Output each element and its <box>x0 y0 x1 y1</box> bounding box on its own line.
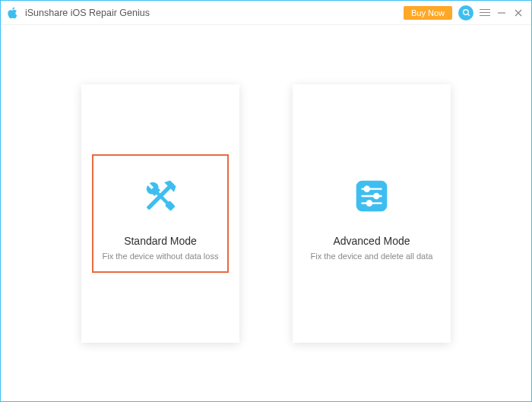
standard-mode-highlight: Standard Mode Fix the device without dat… <box>92 154 229 273</box>
app-logo-icon <box>7 7 19 19</box>
menu-icon[interactable] <box>480 8 490 18</box>
advanced-mode-card[interactable]: Advanced Mode Fix the device and delete … <box>293 84 451 343</box>
sliders-icon <box>350 174 394 218</box>
account-icon[interactable] <box>458 5 473 21</box>
advanced-mode-frame: Advanced Mode Fix the device and delete … <box>303 156 440 271</box>
svg-point-10 <box>365 186 369 191</box>
close-button[interactable] <box>513 8 524 18</box>
advanced-mode-title: Advanced Mode <box>333 235 410 247</box>
standard-mode-title: Standard Mode <box>124 235 197 247</box>
standard-mode-desc: Fix the device without data loss <box>103 252 219 261</box>
svg-point-14 <box>367 201 372 205</box>
app-window: iSunshare iOS Repair Genius Buy Now <box>0 0 532 402</box>
advanced-mode-desc: Fix the device and delete all data <box>311 252 433 261</box>
svg-point-0 <box>463 10 468 14</box>
titlebar: iSunshare iOS Repair Genius Buy Now <box>1 1 531 25</box>
main-content: Standard Mode Fix the device without dat… <box>1 25 531 401</box>
tools-icon <box>138 174 182 218</box>
svg-line-1 <box>467 14 469 15</box>
standard-mode-card[interactable]: Standard Mode Fix the device without dat… <box>81 84 239 343</box>
svg-point-12 <box>374 193 378 198</box>
buy-now-button[interactable]: Buy Now <box>404 6 452 20</box>
minimize-button[interactable] <box>496 8 507 18</box>
app-title: iSunshare iOS Repair Genius <box>25 8 397 18</box>
